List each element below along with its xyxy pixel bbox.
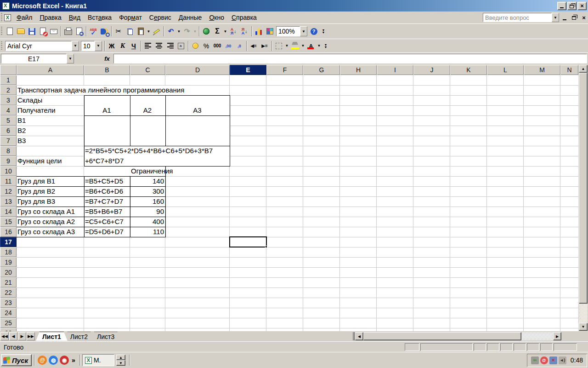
- merge-center-button[interactable]: a: [175, 40, 187, 52]
- cell-B9[interactable]: +6*C7+8*D7: [85, 156, 129, 166]
- cell-A12[interactable]: Груз для В2: [17, 187, 83, 196]
- cell-A9[interactable]: Функция цели: [17, 156, 83, 166]
- row-header-14[interactable]: 14: [0, 207, 17, 217]
- percent-button[interactable]: %: [201, 40, 212, 52]
- restore-button[interactable]: [567, 2, 577, 10]
- borders-button[interactable]: [273, 40, 284, 52]
- row-header-24[interactable]: 24: [0, 308, 17, 318]
- cell-C11[interactable]: 140: [131, 177, 164, 186]
- scroll-up-icon[interactable]: ▲: [579, 65, 588, 73]
- cut-button[interactable]: ✂: [113, 26, 124, 37]
- row-header-6[interactable]: 6: [0, 126, 17, 136]
- row-header-17[interactable]: 17: [0, 237, 17, 247]
- research-button[interactable]: [99, 26, 110, 37]
- print-preview-button[interactable]: [74, 26, 85, 37]
- new-document-button[interactable]: [4, 26, 15, 37]
- cell-A4[interactable]: Получатели: [17, 106, 83, 115]
- decrease-indent-button[interactable]: ◀≡: [248, 40, 259, 52]
- font-size-combo[interactable]: 10 ▼: [81, 41, 102, 51]
- internet-icon[interactable]: ◍: [49, 356, 58, 365]
- email-button[interactable]: [48, 26, 59, 37]
- format-painter-button[interactable]: [151, 26, 162, 37]
- workbook-close-button[interactable]: ×: [580, 13, 588, 22]
- cell-B13[interactable]: =B7+C7+D7: [85, 197, 129, 206]
- row-header-10[interactable]: 10: [0, 166, 17, 176]
- cell-A6[interactable]: В2: [17, 126, 83, 135]
- cell-C15[interactable]: 400: [131, 217, 164, 226]
- cell-C10[interactable]: Ограничения: [131, 167, 164, 176]
- column-header-K[interactable]: K: [450, 65, 487, 75]
- insert-hyperlink-button[interactable]: [201, 26, 212, 37]
- menu-данные[interactable]: Данные: [175, 12, 206, 23]
- minimize-button[interactable]: [557, 2, 566, 10]
- row-header-11[interactable]: 11: [0, 176, 17, 186]
- row-header-26[interactable]: 26: [0, 328, 17, 331]
- save-button[interactable]: [26, 26, 37, 37]
- last-sheet-icon[interactable]: ▶▶: [27, 332, 35, 340]
- prev-sheet-icon[interactable]: ◀: [9, 332, 17, 340]
- menu-сервис[interactable]: Сервис: [146, 12, 175, 23]
- cell-A3[interactable]: Склады: [17, 96, 83, 105]
- row-header-23[interactable]: 23: [0, 298, 17, 308]
- cell-A2[interactable]: Транспортная задача линейного программир…: [17, 86, 83, 95]
- cell-A5[interactable]: В1: [17, 116, 83, 125]
- row-header-19[interactable]: 19: [0, 257, 17, 267]
- column-header-F[interactable]: F: [266, 65, 303, 75]
- font-color-dropdown-icon[interactable]: ▼: [317, 40, 322, 52]
- toolbar-options-icon[interactable]: ▼▼: [322, 44, 329, 48]
- menu-правка[interactable]: Правка: [36, 12, 65, 23]
- cell-C12[interactable]: 300: [131, 187, 164, 196]
- cell-C4[interactable]: А2: [131, 106, 164, 115]
- mail-agent-tray-icon[interactable]: @: [540, 356, 548, 364]
- row-header-7[interactable]: 7: [0, 136, 17, 146]
- menu-окно[interactable]: Окно: [205, 12, 228, 23]
- question-dropdown[interactable]: ▼: [552, 13, 559, 22]
- name-box[interactable]: E17: [1, 54, 67, 63]
- workbook-icon[interactable]: X: [4, 14, 11, 21]
- cell-C14[interactable]: 90: [131, 207, 164, 216]
- align-left-button[interactable]: [142, 40, 153, 52]
- autosum-button[interactable]: Σ: [212, 26, 223, 37]
- row-header-12[interactable]: 12: [0, 186, 17, 196]
- currency-button[interactable]: [190, 40, 201, 52]
- open-folder-button[interactable]: [15, 26, 26, 37]
- cell-B8[interactable]: =2*B5+5*C5+2*D5+4*B6+C6+5*D6+3*B7: [85, 146, 129, 155]
- spelling-button[interactable]: АБВ✓: [88, 26, 99, 37]
- sheet-tab-лист1[interactable]: Лист1: [36, 332, 68, 341]
- column-header-J[interactable]: J: [413, 65, 450, 75]
- column-header-G[interactable]: G: [303, 65, 340, 75]
- chart-wizard-button[interactable]: [253, 26, 264, 37]
- mail-agent-icon[interactable]: @: [38, 356, 47, 365]
- permission-button[interactable]: [37, 26, 48, 37]
- row-header-13[interactable]: 13: [0, 196, 17, 207]
- menu-справка[interactable]: Справка: [228, 12, 260, 23]
- row-header-22[interactable]: 22: [0, 288, 17, 298]
- hscroll-track[interactable]: [521, 332, 553, 340]
- align-center-button[interactable]: [153, 40, 164, 52]
- cell-A13[interactable]: Груз для В3: [17, 197, 83, 206]
- vscroll-thumb[interactable]: [579, 73, 588, 304]
- next-sheet-icon[interactable]: ▶: [18, 332, 26, 340]
- sheet-tab-лист2[interactable]: Лист2: [64, 332, 94, 341]
- row-header-2[interactable]: 2: [0, 85, 17, 95]
- excel-task-button[interactable]: X М.: [82, 354, 114, 366]
- row-header-18[interactable]: 18: [0, 247, 17, 257]
- undo-button[interactable]: ↶: [165, 26, 176, 37]
- cell-B15[interactable]: =C5+C6+C7: [85, 217, 129, 226]
- spinner-up-icon[interactable]: ▲: [116, 355, 125, 360]
- cell-A15[interactable]: Груз со склада А2: [17, 217, 83, 226]
- toolbar-options-icon[interactable]: ▼▼: [320, 29, 327, 34]
- redo-button[interactable]: ↷: [181, 26, 192, 37]
- hscroll-left-icon[interactable]: ◀: [355, 332, 363, 340]
- italic-button[interactable]: К: [117, 40, 128, 52]
- formula-input[interactable]: [113, 54, 587, 63]
- cell-A14[interactable]: Груз со склада А1: [17, 207, 83, 216]
- row-header-16[interactable]: 16: [0, 227, 17, 237]
- align-right-button[interactable]: [164, 40, 175, 52]
- cell-A16[interactable]: Груз со склада А3: [17, 227, 83, 236]
- decrease-decimal-button[interactable]: ,0: [234, 40, 245, 52]
- network-disconnected-icon[interactable]: ✕: [549, 356, 557, 364]
- underline-button[interactable]: Ч: [128, 40, 139, 52]
- scroll-down-icon[interactable]: ▼: [579, 323, 588, 331]
- cell-B4[interactable]: А1: [85, 106, 129, 115]
